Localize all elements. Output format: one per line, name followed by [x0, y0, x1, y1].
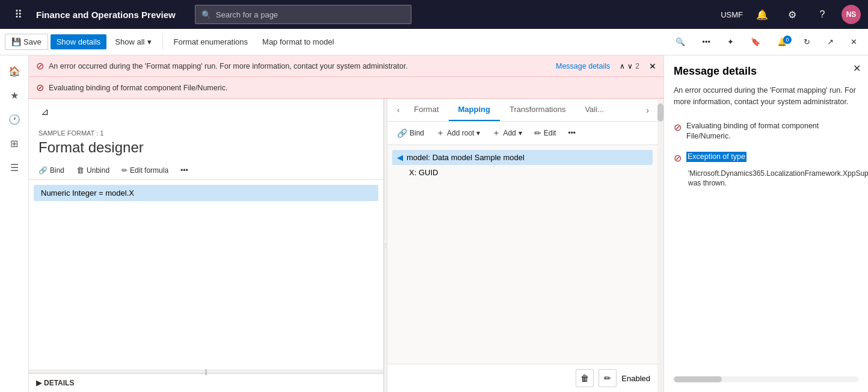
filter-icon[interactable]: ⊿ [36, 104, 54, 120]
delete-button[interactable]: 🗑 [576, 369, 594, 387]
edit-formula-icon: ✏ [122, 166, 128, 175]
msg-error-item-2: ⊘ Exception of type 'Microsoft.Dynamics3… [674, 148, 858, 189]
map-format-button[interactable]: Map format to model [256, 34, 340, 49]
error-next-button[interactable]: ∨ [627, 62, 633, 70]
msg-details-title: Message details [674, 65, 858, 78]
add-root-button[interactable]: ＋ Add root ▾ [431, 125, 485, 141]
content-area: ⊘ An error occurred during the 'Format m… [29, 55, 663, 392]
error-prev-button[interactable]: ∧ [620, 62, 625, 70]
show-all-label: Show all [115, 37, 144, 46]
workspaces-icon[interactable]: ⊞ [4, 132, 25, 154]
save-button[interactable]: 💾 Save [5, 34, 48, 50]
model-node-children: X: GUID [392, 165, 653, 180]
show-all-chevron: ▾ [147, 37, 152, 46]
edit-pencil-button[interactable]: ✏ [599, 369, 617, 387]
external-link-button[interactable]: ↗ [821, 34, 840, 49]
more-options-button[interactable]: ••• [696, 34, 716, 49]
error-icon-2: ⊘ [36, 82, 44, 93]
home-icon[interactable]: 🏠 [4, 60, 25, 82]
help2-button[interactable]: ✦ [721, 34, 740, 49]
msg-details-description: An error occurred during the 'Format map… [674, 85, 858, 108]
error-count-nav: ∧ ∨ 2 [620, 62, 639, 70]
edit-formula-button[interactable]: ✏ Edit formula [117, 164, 173, 177]
vertical-scrollbar[interactable] [657, 99, 663, 392]
format-enumerations-button[interactable]: Format enumerations [168, 34, 254, 49]
unbind-icon: 🗑 [76, 166, 84, 175]
add-icon: ＋ [492, 128, 500, 138]
msg-error-item-1: ⊘ Evaluating binding of format component… [674, 117, 858, 146]
search-button[interactable]: 🔍 [669, 34, 691, 49]
add-button[interactable]: ＋ Add ▾ [487, 125, 526, 141]
avatar: NS [842, 5, 861, 24]
tabs-bar: ‹ Format Mapping Transformations Vali... [387, 99, 657, 122]
settings-icon[interactable]: ⚙ [781, 4, 803, 25]
message-details-link[interactable]: Message details [556, 62, 610, 70]
left-panel: ⊿ SAMPLE FORMAT : 1 Format designer 🔗 Bi… [29, 99, 384, 392]
details-toggle[interactable]: ▶ DETAILS [36, 379, 74, 387]
favorites-icon[interactable]: ★ [4, 84, 25, 106]
tree-item-numeric-label: Numeric Integer = model.X [41, 188, 134, 198]
error-banner-1: ⊘ An error occurred during the 'Format m… [29, 55, 663, 77]
tab-prev-arrow[interactable]: ‹ [392, 99, 404, 120]
recent-icon[interactable]: 🕐 [4, 108, 25, 130]
edit-icon: ✏ [534, 128, 541, 138]
bookmark-button[interactable]: 🔖 [745, 34, 766, 49]
resize-handle-h[interactable]: ∥ [29, 370, 383, 373]
sidebar-icons: 🏠 ★ 🕐 ⊞ ☰ [0, 55, 29, 392]
modules-icon[interactable]: ☰ [4, 157, 25, 178]
separator-1 [162, 35, 163, 49]
x-guid-row[interactable]: X: GUID [404, 165, 653, 180]
model-node: ◀ model: Data model Sample model X: GUID [392, 150, 653, 180]
refresh-button[interactable]: ↻ [798, 34, 816, 49]
error-banner-2-text: Evaluating binding of format component F… [49, 84, 227, 92]
tab-arrow-button[interactable]: › [642, 103, 653, 117]
bind-button-left[interactable]: 🔗 Bind [34, 164, 69, 177]
msg-scrollbar[interactable] [674, 376, 858, 382]
edit-button[interactable]: ✏ Edit [529, 126, 561, 140]
scrollbar-thumb [657, 104, 663, 122]
error-count: 2 [635, 62, 639, 70]
details-label: DETAILS [44, 379, 74, 387]
error-icon-1: ⊘ [36, 60, 44, 72]
tree-item-numeric[interactable]: Numeric Integer = model.X [34, 185, 378, 201]
main-toolbar: 💾 Save Show details Show all ▾ Format en… [0, 29, 868, 55]
tab-validation[interactable]: Vali... [575, 99, 614, 121]
nav-right: USMF 🔔 ⚙ ? NS [721, 4, 861, 25]
add-chevron: ▾ [519, 129, 522, 137]
right-panel: ‹ Format Mapping Transformations Vali... [387, 99, 657, 392]
more-left-button[interactable]: ••• [176, 164, 193, 177]
add-root-chevron: ▾ [476, 129, 480, 137]
unbind-button[interactable]: 🗑 Unbind [72, 163, 114, 177]
show-details-button[interactable]: Show details [51, 34, 107, 49]
search-icon: 🔍 [202, 10, 211, 19]
help-icon[interactable]: ? [811, 4, 833, 25]
add-root-icon: ＋ [436, 128, 445, 138]
app-title: Finance and Operations Preview [36, 10, 176, 20]
details-chevron: ▶ [36, 379, 42, 387]
model-node-row[interactable]: ◀ model: Data model Sample model [392, 150, 653, 165]
tab-mapping[interactable]: Mapping [449, 99, 500, 121]
tab-format[interactable]: Format [404, 99, 448, 121]
waffle-icon[interactable]: ⠿ [7, 4, 29, 25]
error-close-button[interactable]: ✕ [649, 61, 656, 71]
close-main-button[interactable]: ✕ [845, 34, 863, 49]
bind-button-right[interactable]: 🔗 Bind [392, 126, 429, 140]
x-guid-label: X: GUID [409, 168, 438, 177]
msg-details-close-button[interactable]: ✕ [853, 63, 861, 74]
more-mapping-button[interactable]: ••• [563, 126, 580, 140]
panel-header: SAMPLE FORMAT : 1 Format designer [29, 120, 383, 161]
show-all-button[interactable]: Show all ▾ [109, 34, 157, 49]
notification-badge: 0 [783, 36, 792, 44]
msg-error-rest: 'Microsoft.Dynamics365.LocalizationFrame… [674, 169, 858, 189]
panel-footer: ▶ DETAILS [29, 373, 383, 392]
tab-next-arrow[interactable]: › [642, 103, 653, 117]
format-tree: Numeric Integer = model.X [29, 180, 383, 370]
top-navbar: ⠿ Finance and Operations Preview 🔍 Searc… [0, 0, 868, 29]
error-banner-2: ⊘ Evaluating binding of format component… [29, 77, 663, 99]
mapping-toolbar: 🔗 Bind ＋ Add root ▾ ＋ Add ▾ ✏ [387, 122, 657, 145]
main-layout: 🏠 ★ 🕐 ⊞ ☰ ⊘ An error occurred during the… [0, 55, 868, 392]
tab-transformations[interactable]: Transformations [500, 99, 575, 121]
notifications-icon[interactable]: 🔔 [751, 4, 773, 25]
msg-error-highlighted: Exception of type [686, 152, 746, 163]
search-bar[interactable]: 🔍 Search for a page [195, 5, 411, 24]
